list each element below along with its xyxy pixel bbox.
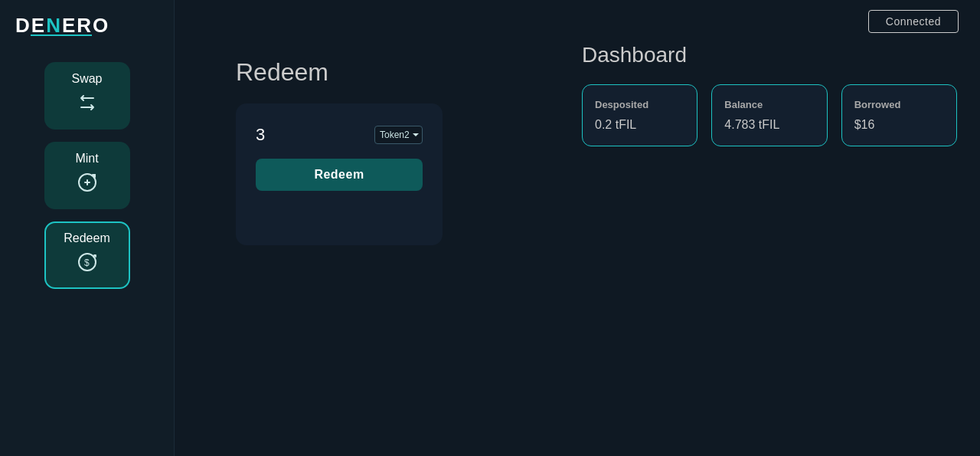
redeem-title: Redeem [236,58,521,87]
redeem-icon: $ [75,250,100,280]
token-select[interactable]: Token2 Token1 Token3 [374,126,423,144]
dashboard-cards: Desposited 0.2 tFIL Balance 4.783 tFIL B… [582,84,957,146]
sidebar-item-redeem[interactable]: Redeem $ [44,221,130,289]
redeem-card: 3 Token2 Token1 Token3 Redeem [236,103,443,245]
card-deposited-label: Desposited [595,99,684,110]
redeem-section: Redeem 3 Token2 Token1 Token3 Redeem [175,43,567,456]
dashboard-section: Dashboard Desposited 0.2 tFIL Balance 4.… [567,43,980,456]
sidebar-nav: Swap Mint Redeem [0,50,174,301]
sidebar-item-label: Mint [75,152,98,166]
card-balance-label: Balance [724,99,814,110]
redeem-button[interactable]: Redeem [256,159,423,191]
card-borrowed-value: $16 [854,118,944,132]
main-content: Connected Redeem 3 Token2 Token1 Token3 … [175,0,980,456]
body-area: Redeem 3 Token2 Token1 Token3 Redeem Das… [175,43,980,456]
sidebar: DENERO Swap Mint [0,0,175,456]
dashboard-card-deposited: Desposited 0.2 tFIL [582,84,697,146]
logo-wrapper: DENERO [15,14,109,36]
logo-area: DENERO [0,0,174,50]
logo-underline [31,34,92,36]
card-balance-value: 4.783 tFIL [724,118,814,132]
card-borrowed-label: Borrowed [854,99,944,110]
logo-n: N [46,14,62,37]
svg-text:$: $ [84,258,90,268]
connected-button[interactable]: Connected [868,10,959,33]
dashboard-title: Dashboard [582,43,957,67]
header: Connected [175,0,980,43]
sidebar-item-mint[interactable]: Mint [44,142,130,209]
sidebar-item-swap[interactable]: Swap [44,62,130,130]
dashboard-card-balance: Balance 4.783 tFIL [711,84,827,146]
card-deposited-value: 0.2 tFIL [595,118,684,132]
mint-icon [75,170,100,200]
swap-icon [75,90,100,120]
sidebar-item-label: Swap [71,72,102,86]
sidebar-item-label: Redeem [64,231,109,245]
redeem-amount-value: 3 [256,125,367,145]
dashboard-card-borrowed: Borrowed $16 [841,84,957,146]
redeem-input-row: 3 Token2 Token1 Token3 [256,125,423,145]
